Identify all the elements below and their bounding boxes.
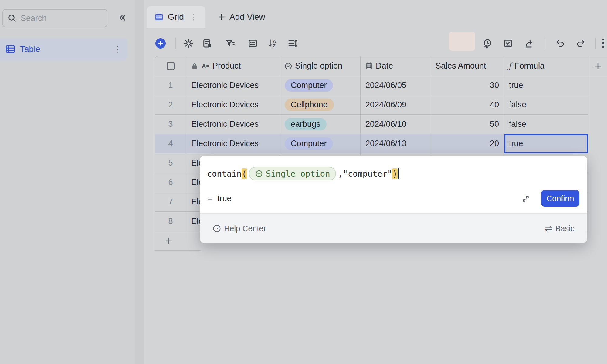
date-cell[interactable]: 2024/06/13 xyxy=(361,134,431,153)
sidebar-item-table[interactable]: Table ⋮ xyxy=(0,38,127,60)
tab-grid-label: Grid xyxy=(168,12,184,22)
redo-icon xyxy=(575,38,586,49)
table-row: 2Electronic DevicesCellphone2024/06/0940… xyxy=(155,95,588,115)
column-header-product[interactable]: A Product xyxy=(186,56,280,76)
formula-cell[interactable]: true xyxy=(504,76,588,95)
row-height-icon xyxy=(287,38,298,49)
formula-text: contain xyxy=(207,169,242,178)
column-label: Formula xyxy=(514,61,544,71)
option-pill: Computer xyxy=(285,137,333,150)
product-cell[interactable]: Electronic Devices xyxy=(186,95,280,114)
grid-view-icon xyxy=(154,12,164,22)
expand-icon xyxy=(521,194,530,203)
undo-button[interactable] xyxy=(554,38,566,49)
formula-cell[interactable]: false xyxy=(504,95,588,114)
column-header-sales-amount[interactable]: Sales Amount xyxy=(431,56,504,76)
formula-icon: ƒ xyxy=(508,61,511,71)
add-row-button[interactable] xyxy=(155,231,201,251)
filter-icon xyxy=(225,38,235,49)
table-icon xyxy=(5,44,16,55)
mode-label: Basic xyxy=(555,224,575,233)
formula-result: = true xyxy=(208,190,232,207)
expand-editor-button[interactable] xyxy=(520,193,532,205)
equals-sign: = xyxy=(208,194,212,203)
row-number-cell[interactable]: 7 xyxy=(155,192,186,211)
sales-amount-cell[interactable]: 40 xyxy=(431,95,504,114)
share-icon xyxy=(524,38,534,49)
select-all-checkbox[interactable] xyxy=(167,62,175,70)
header-select-all[interactable] xyxy=(155,56,186,76)
column-label: Sales Amount xyxy=(436,61,486,71)
single-option-cell[interactable]: Computer xyxy=(280,76,361,95)
row-number-cell[interactable]: 1 xyxy=(155,76,186,95)
history-button[interactable] xyxy=(482,38,493,49)
product-cell[interactable]: Electronic Devices xyxy=(186,115,280,134)
help-center-link[interactable]: ? Help Center xyxy=(212,224,266,233)
column-header-formula[interactable]: ƒ Formula xyxy=(504,56,588,76)
row-number-cell[interactable]: 6 xyxy=(155,173,186,192)
task-check-button[interactable] xyxy=(502,38,514,49)
settings-button[interactable] xyxy=(183,38,194,49)
sales-amount-cell[interactable]: 20 xyxy=(431,134,504,153)
add-field-button[interactable] xyxy=(588,56,607,76)
single-select-icon xyxy=(284,62,293,70)
column-label: Date xyxy=(376,61,393,71)
product-cell[interactable]: Electronic Devices xyxy=(186,76,280,95)
single-option-cell[interactable]: earbugs xyxy=(280,115,361,134)
confirm-button[interactable]: Confirm xyxy=(541,190,579,207)
formula-input[interactable]: contain(Single option,"computer") xyxy=(207,165,399,182)
tab-grid[interactable]: Grid ⋮ xyxy=(147,6,205,28)
column-header-date[interactable]: Date xyxy=(361,56,431,76)
sales-amount-cell[interactable]: 50 xyxy=(431,115,504,134)
toolbar-separator xyxy=(595,38,596,49)
form-settings-button[interactable] xyxy=(202,38,213,49)
search-input[interactable] xyxy=(21,14,128,23)
sidebar-item-more-icon[interactable]: ⋮ xyxy=(113,44,121,54)
column-header-single-option[interactable]: Single option xyxy=(280,56,361,76)
column-label: Product xyxy=(212,61,241,71)
share-button[interactable] xyxy=(524,38,535,49)
tab-grid-more-icon[interactable]: ⋮ xyxy=(190,13,198,22)
date-cell[interactable]: 2024/06/09 xyxy=(361,95,431,114)
group-button[interactable] xyxy=(247,38,259,49)
sidebar-collapse-button[interactable] xyxy=(115,8,128,27)
date-cell[interactable]: 2024/06/05 xyxy=(361,76,431,95)
svg-text:A: A xyxy=(202,62,206,69)
row-number-cell[interactable]: 2 xyxy=(155,95,186,114)
row-height-button[interactable] xyxy=(287,38,298,49)
search-box[interactable] xyxy=(2,9,107,27)
formula-editor-popup: contain(Single option,"computer") = true… xyxy=(200,156,587,243)
formula-cell[interactable]: true xyxy=(504,134,588,153)
option-pill: Cellphone xyxy=(285,99,334,111)
field-token[interactable]: Single option xyxy=(249,167,336,180)
help-center-label: Help Center xyxy=(224,224,266,233)
column-label: Single option xyxy=(295,61,342,71)
table-header: A Product Single option xyxy=(155,56,607,76)
sort-button[interactable]: A Z xyxy=(267,38,278,49)
sidebar-item-label: Table xyxy=(20,44,40,54)
row-number-cell[interactable]: 5 xyxy=(155,153,186,173)
formula-cell[interactable]: false xyxy=(504,115,588,134)
add-view-button[interactable]: Add View xyxy=(217,6,265,28)
row-number-cell[interactable]: 4 xyxy=(155,134,186,153)
row-number-cell[interactable]: 3 xyxy=(155,115,186,134)
form-settings-icon xyxy=(202,38,212,49)
question-circle-icon: ? xyxy=(212,224,221,233)
row-number-cell[interactable]: 8 xyxy=(155,212,186,231)
more-icon[interactable] xyxy=(602,36,607,52)
date-cell[interactable]: 2024/06/10 xyxy=(361,115,431,134)
plus-icon xyxy=(593,62,602,71)
single-option-cell[interactable]: Computer xyxy=(280,134,361,153)
toolbar-separator xyxy=(175,38,176,49)
filter-button[interactable] xyxy=(224,38,236,49)
redo-button[interactable] xyxy=(575,38,586,49)
popup-footer: ? Help Center ⇌ Basic xyxy=(200,213,587,243)
single-option-cell[interactable]: Cellphone xyxy=(280,95,361,114)
sidebar: Table ⋮ xyxy=(0,0,135,364)
formula-text: ,"computer" xyxy=(338,169,392,178)
product-cell[interactable]: Electronic Devices xyxy=(186,134,280,153)
swap-icon: ⇌ xyxy=(545,223,552,234)
add-record-button[interactable] xyxy=(155,38,166,49)
mode-switch-button[interactable]: ⇌ Basic xyxy=(545,223,575,234)
sales-amount-cell[interactable]: 30 xyxy=(431,76,504,95)
